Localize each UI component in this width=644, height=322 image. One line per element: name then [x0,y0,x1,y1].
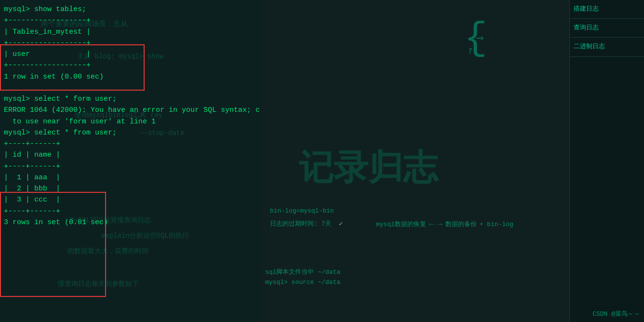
terminal-line-rowcount: 3 rows in set (0.01 sec) [4,217,260,228]
mysql-backup-label: mysql数据的恢复 [376,220,426,228]
expiry-text: 日志的过期时间: 7天 [270,220,331,228]
angled-line-icon: ↗ [464,42,476,57]
terminal-line [4,82,260,94]
terminal-line-form-query: mysql> select * form user; [4,94,260,105]
terminal-line-table-header: | id | name | [4,149,260,161]
sidebar-item-build-log: 搭建日志 [570,0,644,19]
csdn-label: CSDN @菜鸟～～ [592,309,640,318]
watermark-text: 记录归志 [299,145,438,191]
binlog-label: bin-log=mysql-bin [270,207,334,215]
terminal-line: | Tables_in_mytest | [4,27,260,38]
diagonal-arrow-icon: ↗ [472,28,490,46]
overlay-params: 慢查询日志相关的参数如下 [58,280,139,288]
terminal-line-user: | user | [4,49,260,60]
terminal-line-error: ERROR 1064 (42000): You have an error in… [4,105,260,116]
terminal-line: +------------------+ [4,15,260,26]
curly-brace: { [464,19,487,58]
terminal-line-row1: | 1 | aaa | [4,172,260,183]
right-panel: 记录归志 { bin-log=mysql-bin 日志的过期时间: 7天 ✓ m… [260,0,644,322]
overlay-data: 的数据最大大，花费的时间 [67,247,148,255]
terminal-line-row2: | 2 | bbb | [4,183,260,194]
sidebar-item-binary-log: 二进制日志 [570,38,644,56]
terminal-line-error-cont: to use near 'form user' at line 1 [4,116,260,127]
terminal-line: mysql> show tables; [4,4,260,15]
data-backup-label: 数据的备份 [445,220,477,228]
expiry-label: 日志的过期时间: 7天 ✓ [270,219,343,228]
terminal-line: +------------------+ [4,38,260,49]
terminal-line: +------------------+ [4,60,260,71]
terminal-line: +----+------+ [4,206,260,217]
terminal-line-from-query: mysql> select * from user; [4,127,260,138]
overlay-explain: explain分析这些SQL的执行 [101,231,189,240]
bin-log-suffix: + bin-log [480,221,513,228]
terminal-line: +----+------+ [4,138,260,149]
sidebar-labels: 搭建日志 查询日志 二进制日志 [569,0,644,322]
terminal-content: mysql> show tables; +------------------+… [4,4,260,228]
main-container: mysql> show tables; +------------------+… [0,0,644,322]
source-cmd2: mysql> source ~/data [265,279,340,286]
sidebar-item-query-log: 查询日志 [570,19,644,38]
right-arrow-icon: → [437,219,443,229]
terminal-line-row3: | 3 | ccc | [4,194,260,205]
terminal-line: 1 row in set (0.00 sec) [4,71,260,82]
terminal-panel: mysql> show tables; +------------------+… [0,0,260,322]
checkmark-icon: ✓ [339,220,343,228]
diagram-area: 记录归志 { bin-log=mysql-bin 日志的过期时间: 7天 ✓ m… [260,0,569,322]
left-arrow-icon: ← [429,219,434,229]
terminal-line: +----+------+ [4,161,260,172]
mysql-backup-area: mysql数据的恢复 ← → 数据的备份 + bin-log [376,219,513,229]
source-cmd1: sql脚本文件当中 ~/data [265,268,340,276]
